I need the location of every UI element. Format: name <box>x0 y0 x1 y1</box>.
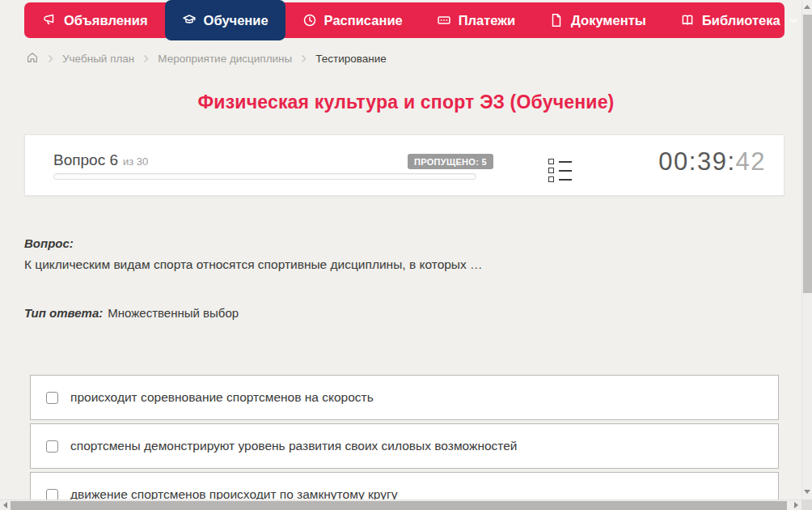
question-total-label: из 30 <box>123 155 148 168</box>
breadcrumb-item-curriculum[interactable]: Учебный план <box>62 53 134 65</box>
nav-item-label: Объявления <box>64 13 148 28</box>
breadcrumb-separator-icon <box>301 54 307 63</box>
answer-option[interactable]: спортсмены демонстрируют уровень развити… <box>30 423 779 469</box>
answer-type-label: Тип ответа: <box>24 306 103 320</box>
question-number: Вопрос 6из 30 <box>53 151 148 169</box>
open-book-icon <box>680 13 695 28</box>
skipped-badge: ПРОПУЩЕНО: 5 <box>408 154 493 169</box>
nav-item-label: Документы <box>571 13 646 28</box>
main-navbar: Объявления Обучение Расписание <box>24 2 785 38</box>
breadcrumb: Учебный план Мероприятие дисциплины Тест… <box>26 51 387 66</box>
breadcrumb-item-discipline-event[interactable]: Мероприятие дисциплины <box>158 53 292 65</box>
question-list-icon[interactable] <box>547 157 573 184</box>
progress-bar <box>53 173 476 180</box>
vertical-scrollbar[interactable] <box>801 0 812 499</box>
answer-type-row: Тип ответа:Множественный выбор <box>24 306 239 320</box>
nav-item-library[interactable]: Библиотека <box>663 2 812 38</box>
checkbox[interactable] <box>46 392 58 404</box>
question-number-label: Вопрос 6 <box>53 151 118 168</box>
megaphone-icon <box>42 13 57 28</box>
nav-item-label: Расписание <box>324 13 403 28</box>
breadcrumb-separator-icon <box>48 54 53 63</box>
nav-item-label: Библиотека <box>702 13 780 28</box>
document-icon <box>549 13 564 28</box>
scrollbar-corner <box>801 499 812 510</box>
banknote-icon <box>437 13 451 28</box>
vertical-scrollbar-thumb[interactable] <box>803 15 812 293</box>
question-label: Вопрос: <box>24 236 74 250</box>
timer-seconds: 42 <box>736 147 766 176</box>
horizontal-scrollbar-thumb[interactable] <box>11 501 787 510</box>
nav-item-schedule[interactable]: Расписание <box>285 2 420 38</box>
nav-item-label: Обучение <box>204 13 269 28</box>
checkbox[interactable] <box>46 440 58 453</box>
answer-option-label: спортсмены демонстрируют уровень развити… <box>70 439 518 453</box>
breadcrumb-item-testing: Тестирование <box>315 53 387 65</box>
horizontal-scrollbar[interactable] <box>0 499 801 510</box>
scroll-down-arrow-icon[interactable] <box>804 490 810 494</box>
answer-type-value: Множественный выбор <box>108 306 239 320</box>
answer-option[interactable]: происходит соревнование спортсменов на с… <box>30 375 779 420</box>
answer-option-label: происходит соревнование спортсменов на с… <box>70 390 374 405</box>
home-icon[interactable] <box>26 51 39 66</box>
timer: 00:39:42 <box>658 147 766 176</box>
question-text: К циклическим видам спорта относятся спо… <box>24 257 483 272</box>
page-title: Физическая культура и спорт ЭЗ (Обучение… <box>0 91 812 113</box>
scroll-right-arrow-icon[interactable] <box>794 502 798 508</box>
timer-hours-minutes: 00:39: <box>658 147 735 176</box>
scroll-left-arrow-icon[interactable] <box>3 502 7 508</box>
nav-item-announcements[interactable]: Объявления <box>25 2 165 38</box>
question-status-card: Вопрос 6из 30 ПРОПУЩЕНО: 5 00:39:42 <box>24 134 785 196</box>
nav-item-payments[interactable]: Платежи <box>420 2 532 38</box>
scroll-up-arrow-icon[interactable] <box>804 5 810 9</box>
nav-item-documents[interactable]: Документы <box>532 2 663 38</box>
test-page: Объявления Обучение Расписание <box>0 0 812 510</box>
nav-item-training[interactable]: Обучение <box>165 0 285 40</box>
chevron-down-icon <box>789 18 798 23</box>
breadcrumb-separator-icon <box>143 54 149 63</box>
clock-icon <box>302 13 317 28</box>
answer-options: происходит соревнование спортсменов на с… <box>30 375 779 510</box>
nav-item-label: Платежи <box>459 13 515 28</box>
graduation-cap-icon <box>182 13 197 28</box>
